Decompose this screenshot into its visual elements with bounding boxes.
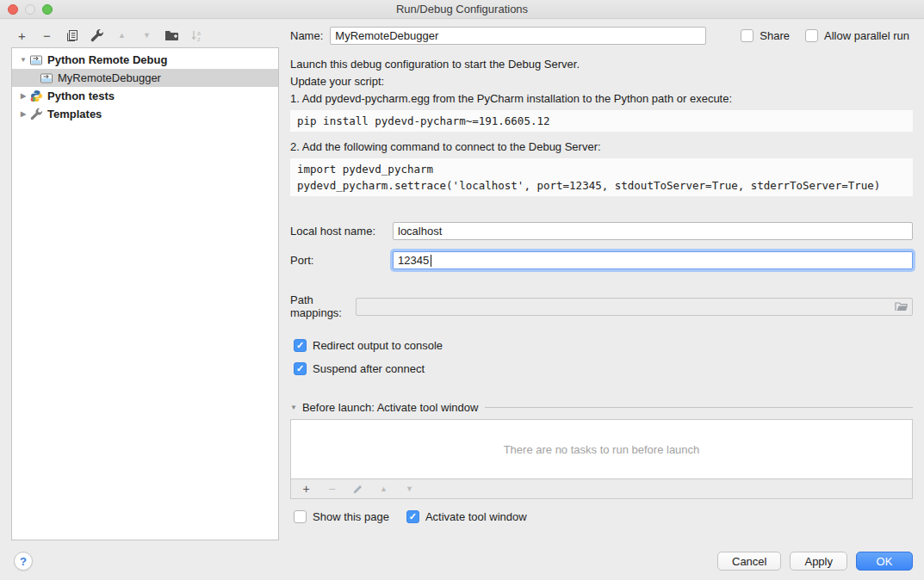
move-task-down-icon[interactable]: ▼: [402, 481, 417, 497]
chevron-right-icon[interactable]: ▶: [16, 110, 30, 118]
tree-item-label: MyRemoteDebugger: [58, 71, 161, 84]
tree-item-label: Python Remote Debug: [47, 53, 167, 66]
configurations-tree: ▼ Python Remote Debug MyRemoteDebugger ▶…: [11, 47, 279, 540]
tree-item-python-remote-debug[interactable]: ▼ Python Remote Debug: [12, 51, 278, 69]
show-this-page-label: Show this page: [313, 510, 389, 523]
allow-parallel-checkbox[interactable]: ✓: [805, 29, 818, 42]
move-down-icon[interactable]: ▼: [140, 28, 154, 43]
help-button[interactable]: ?: [14, 552, 33, 571]
instruction-line-1: Launch this debug configuration to start…: [290, 56, 913, 73]
remote-debug-config-icon: [40, 72, 54, 84]
browse-folder-icon[interactable]: [895, 301, 908, 312]
show-this-page-checkbox[interactable]: ✓: [294, 510, 307, 523]
share-label: Share: [760, 29, 790, 42]
redirect-output-group[interactable]: ✓ Redirect output to console: [294, 339, 913, 352]
svg-text:z: z: [197, 36, 201, 42]
redirect-output-label: Redirect output to console: [313, 339, 443, 352]
chevron-down-icon[interactable]: ▼: [290, 404, 297, 411]
activate-tool-window-checkbox[interactable]: ✓: [406, 510, 419, 523]
tree-item-python-tests[interactable]: ▶ Python tests: [12, 87, 278, 105]
activate-tool-window-group[interactable]: ✓ Activate tool window: [406, 510, 527, 523]
instruction-step-2: 2. Add the following command to connect …: [290, 139, 913, 156]
settrace-code-line-1: import pydevd_pycharm: [297, 161, 906, 177]
port-input[interactable]: [393, 251, 913, 269]
path-mappings-label: Path mappings:: [290, 293, 356, 319]
path-mappings-field[interactable]: [356, 298, 913, 316]
tree-item-myremotedebugger[interactable]: MyRemoteDebugger: [12, 69, 278, 87]
before-launch-task-list[interactable]: There are no tasks to run before launch: [290, 419, 913, 479]
edit-task-icon[interactable]: [350, 481, 365, 497]
configurations-toolbar: + − ▲ ▼ az: [15, 27, 204, 44]
add-configuration-icon[interactable]: +: [15, 28, 29, 43]
before-launch-toolbar: + − ▲ ▼: [290, 479, 913, 499]
settrace-code: import pydevd_pycharm pydevd_pycharm.set…: [290, 158, 913, 196]
local-host-input[interactable]: [393, 222, 913, 240]
sort-alphabetically-icon[interactable]: az: [189, 28, 204, 43]
redirect-output-checkbox[interactable]: ✓: [294, 339, 307, 352]
remove-configuration-icon[interactable]: −: [40, 28, 54, 43]
section-divider: [485, 407, 913, 408]
port-label: Port:: [290, 254, 393, 267]
allow-parallel-checkbox-group[interactable]: ✓ Allow parallel run: [805, 29, 909, 42]
name-label: Name:: [290, 29, 323, 42]
instruction-line-2: Update your script:: [290, 73, 913, 90]
move-up-icon[interactable]: ▲: [115, 28, 129, 43]
move-task-up-icon[interactable]: ▲: [376, 481, 391, 497]
ok-button[interactable]: OK: [856, 552, 913, 571]
remove-task-icon[interactable]: −: [325, 481, 339, 497]
share-checkbox[interactable]: ✓: [741, 29, 753, 42]
templates-wrench-icon: [30, 108, 44, 120]
name-input[interactable]: [330, 27, 706, 45]
apply-button[interactable]: Apply: [790, 552, 847, 571]
share-checkbox-group[interactable]: ✓ Share: [741, 29, 790, 42]
chevron-down-icon[interactable]: ▼: [16, 56, 30, 64]
instruction-step-1: 1. Add pydevd-pycharm.egg from the PyCha…: [290, 90, 913, 108]
chevron-right-icon[interactable]: ▶: [16, 92, 30, 100]
window-title: Run/Debug Configurations: [0, 3, 924, 15]
cancel-button[interactable]: Cancel: [717, 552, 781, 571]
tree-item-label: Templates: [47, 108, 102, 120]
add-task-icon[interactable]: +: [299, 481, 313, 497]
tree-item-label: Python tests: [47, 89, 115, 102]
configuration-editor: Name: ✓ Share ✓ Allow parallel run Launc…: [290, 26, 913, 523]
allow-parallel-label: Allow parallel run: [824, 29, 909, 42]
pip-install-code: pip install pydevd-pycharm~=191.6605.12: [290, 110, 913, 132]
before-launch-section-header[interactable]: ▼ Before launch: Activate tool window: [290, 401, 913, 414]
suspend-after-connect-group[interactable]: ✓ Suspend after connect: [294, 362, 913, 375]
edit-templates-icon[interactable]: [90, 28, 104, 43]
activate-tool-window-label: Activate tool window: [425, 510, 527, 523]
remote-debug-config-icon: [30, 54, 44, 66]
show-this-page-group[interactable]: ✓ Show this page: [294, 510, 389, 523]
text-caret: [431, 255, 431, 267]
new-folder-icon[interactable]: [164, 28, 179, 43]
python-tests-icon: [30, 90, 44, 102]
local-host-label: Local host name:: [290, 225, 393, 238]
suspend-after-connect-label: Suspend after connect: [313, 362, 425, 375]
settrace-code-line-2: pydevd_pycharm.settrace('localhost', por…: [297, 177, 906, 194]
suspend-after-connect-checkbox[interactable]: ✓: [294, 362, 307, 375]
svg-text:a: a: [197, 30, 201, 36]
copy-configuration-icon[interactable]: [65, 28, 79, 43]
dialog-buttons: Cancel Apply OK: [717, 552, 913, 571]
titlebar[interactable]: Run/Debug Configurations: [0, 0, 924, 19]
tree-item-templates[interactable]: ▶ Templates: [12, 105, 278, 123]
empty-tasks-message: There are no tasks to run before launch: [504, 443, 700, 456]
help-icon: ?: [20, 555, 27, 568]
before-launch-title: Before launch: Activate tool window: [302, 401, 479, 414]
